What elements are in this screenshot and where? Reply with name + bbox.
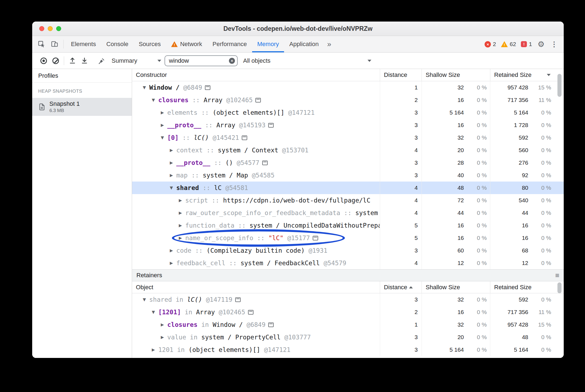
shallow-value: 40 [422, 172, 464, 179]
expand-icon[interactable]: ▶ [168, 160, 174, 165]
constructor-row[interactable]: ▼[0] :: lC() @1454213320 %5920 % [132, 131, 564, 144]
snapshot-item[interactable]: Snapshot 1 6.3 MB [32, 98, 132, 116]
more-menu-icon[interactable]: ⋮ [549, 40, 559, 49]
reveal-window-icon[interactable] [242, 135, 247, 140]
collect-garbage-button[interactable] [96, 55, 108, 67]
expand-icon[interactable]: ▶ [159, 322, 165, 327]
constructor-row[interactable]: ▶function_data :: system / UncompiledDat… [132, 219, 564, 232]
retainers-menu-icon[interactable]: ≡ [555, 271, 559, 280]
collapse-icon[interactable]: ▼ [150, 98, 156, 102]
clear-search-icon[interactable]: × [229, 58, 235, 64]
search-input[interactable] [165, 56, 237, 66]
expand-icon[interactable]: ▶ [168, 148, 174, 153]
close-button[interactable] [39, 26, 44, 31]
shallow-percent: 0 % [464, 210, 487, 216]
constructor-row[interactable]: ▼shared :: lC @545814480 %800 % [132, 182, 564, 194]
reveal-window-icon[interactable] [255, 98, 261, 102]
expand-icon[interactable]: ▶ [168, 173, 174, 178]
warning-counter[interactable]: ! 62 [501, 41, 516, 47]
issue-counter[interactable]: ! 1 [521, 41, 532, 47]
tab-network[interactable]: !Network [166, 36, 207, 52]
constructor-row[interactable]: ▼Window / @68491320 %957 42815 % [132, 81, 564, 94]
zoom-button[interactable] [56, 26, 61, 31]
collapse-icon[interactable]: ▼ [168, 185, 174, 190]
tree-cell: ▶elements :: (object elements)[] @147121 [132, 106, 380, 119]
constructor-row[interactable]: ▼closures :: Array @1024652160 %717 3561… [132, 94, 564, 106]
expand-icon[interactable]: ▶ [168, 261, 174, 266]
tab-memory[interactable]: Memory [252, 36, 284, 52]
column-header-distance[interactable]: Distance [380, 281, 422, 293]
node-name: closures [167, 321, 198, 328]
reveal-window-icon[interactable] [235, 297, 241, 302]
save-profile-button[interactable] [78, 55, 90, 67]
constructor-rows: ▼Window / @68491320 %957 42815 %▼closure… [132, 81, 564, 269]
constructor-row[interactable]: ▶map :: system / Map @545853400 %920 % [132, 169, 564, 182]
record-heap-snapshot-button[interactable] [38, 55, 50, 67]
collapse-icon[interactable]: ▼ [141, 297, 147, 302]
reveal-window-icon[interactable] [268, 322, 274, 327]
expand-icon[interactable]: ▶ [159, 110, 165, 115]
reveal-window-icon[interactable] [262, 161, 268, 165]
constructor-row[interactable]: ▶__proto__ :: Array @1451933160 %1 7280 … [132, 119, 564, 131]
expand-icon[interactable]: ▶ [150, 347, 156, 352]
expand-icon[interactable]: ▶ [177, 198, 183, 203]
collapse-icon[interactable]: ▼ [141, 85, 147, 90]
more-tabs-button[interactable]: » [324, 36, 335, 52]
constructor-row[interactable]: ▶feedback_cell :: system / FeedbackCell … [132, 257, 564, 269]
object-filter-select[interactable]: All objects [243, 57, 371, 64]
expand-icon[interactable]: ▶ [159, 123, 165, 128]
reveal-window-icon[interactable] [313, 236, 318, 240]
column-header-constructor[interactable]: Constructor [132, 69, 380, 81]
separator: in [172, 296, 187, 303]
reveal-window-icon[interactable] [205, 85, 210, 90]
retainer-row[interactable]: ▼shared in lC() @1471193320 %5920 % [132, 293, 564, 306]
class-filter-box: × [165, 55, 238, 66]
expand-icon[interactable]: ▶ [168, 248, 174, 253]
minimize-button[interactable] [48, 26, 53, 31]
column-header-object[interactable]: Object [132, 281, 380, 293]
load-profile-button[interactable] [66, 55, 78, 67]
error-counter[interactable]: × 2 [485, 41, 496, 47]
tab-console[interactable]: Console [101, 36, 134, 52]
retainer-row[interactable]: ▶value in system / PropertyCell @1037773… [132, 331, 564, 343]
separator: :: [208, 197, 223, 204]
profile-view-select[interactable]: Summary [112, 57, 161, 64]
tab-elements[interactable]: Elements [66, 36, 101, 52]
constructor-row[interactable]: ▶__proto__ :: () @545773280 %2760 % [132, 156, 564, 169]
shallow-percent: 0 % [464, 260, 487, 266]
column-header-shallow-size[interactable]: Shallow Size [422, 281, 490, 293]
reveal-window-icon[interactable] [268, 123, 274, 128]
expand-icon[interactable]: ▶ [177, 236, 183, 240]
column-header-retained-size[interactable]: Retained Size [490, 69, 554, 81]
scrollbar-thumb[interactable] [557, 74, 562, 97]
expand-icon[interactable]: ▶ [159, 335, 165, 340]
inspect-element-button[interactable] [35, 36, 48, 52]
tab-sources[interactable]: Sources [133, 36, 166, 52]
expand-icon[interactable]: ▶ [177, 223, 183, 228]
tab-application[interactable]: Application [284, 36, 324, 52]
device-toolbar-button[interactable] [48, 36, 61, 52]
constructor-row[interactable]: ▶name_or_scope_info :: "lC" @151775160 %… [132, 232, 564, 244]
tab-performance[interactable]: Performance [207, 36, 252, 52]
column-header-retained-size[interactable]: Retained Size [490, 281, 554, 293]
retainer-row[interactable]: ▶closures in Window / @68491320 %957 428… [132, 318, 564, 331]
retainer-row[interactable]: ▼[1201] in Array @1024652160 %717 35611 … [132, 306, 564, 318]
constructor-row[interactable]: ▶elements :: (object elements)[] @147121… [132, 106, 564, 119]
retained-percent: 0 % [528, 260, 551, 266]
column-header-shallow-size[interactable]: Shallow Size [422, 69, 490, 81]
retainer-row[interactable]: ▶1201 in (object elements)[] @14712135 1… [132, 343, 564, 356]
constructor-row[interactable]: ▶raw_outer_scope_info_or_feedback_metada… [132, 207, 564, 219]
clear-profiles-button[interactable] [50, 55, 62, 67]
column-header-distance[interactable]: Distance [380, 69, 422, 81]
collapse-icon[interactable]: ▼ [159, 135, 165, 140]
collapse-icon[interactable]: ▼ [150, 310, 156, 315]
constructor-row[interactable]: ▶script :: https://cdpn.io/web-dot-dev/f… [132, 194, 564, 207]
expand-icon[interactable]: ▶ [177, 210, 183, 215]
node-value: https://cdpn.io/web-dot-dev/fullpage/lC [223, 197, 370, 204]
constructor-row[interactable]: ▶code :: (CompileLazy builtin code) @193… [132, 244, 564, 257]
constructor-row[interactable]: ▶context :: system / Context @1537014200… [132, 144, 564, 156]
reveal-window-icon[interactable] [248, 310, 253, 315]
shallow-percent: 0 % [464, 235, 487, 241]
scrollbar-thumb[interactable] [557, 282, 562, 293]
settings-gear-icon[interactable]: ⚙ [538, 40, 545, 49]
